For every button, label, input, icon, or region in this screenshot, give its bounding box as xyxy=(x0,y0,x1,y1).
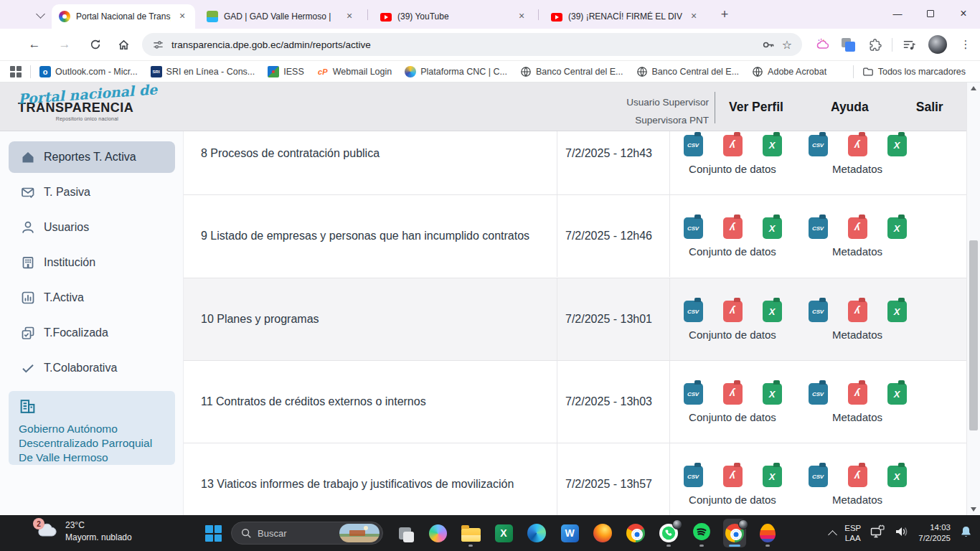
weather-extension-icon[interactable] xyxy=(812,34,832,55)
reload-icon[interactable] xyxy=(85,34,105,55)
tab-close-icon[interactable]: × xyxy=(176,11,188,22)
scrollbar-thumb[interactable] xyxy=(969,240,978,430)
whatsapp-button[interactable] xyxy=(657,519,680,547)
bookmark-sri[interactable]: SRISRI en Línea - Cons... xyxy=(151,66,255,77)
sidebar-item-institucion[interactable]: Institución xyxy=(9,247,175,278)
search-daily-image[interactable] xyxy=(339,524,380,542)
bookmark-banco-central-1[interactable]: Banco Central del E... xyxy=(520,66,623,77)
notification-bell-icon[interactable] xyxy=(959,524,973,542)
taskbar-search[interactable]: Buscar xyxy=(231,522,383,545)
tab-close-icon[interactable]: × xyxy=(688,11,699,22)
url-text[interactable]: transparencia.dpe.gob.ec/admin/reports/a… xyxy=(171,39,754,50)
apps-grid-icon[interactable] xyxy=(10,66,22,77)
sidebar-item-reportes-t-activa[interactable]: Reportes T. Activa xyxy=(9,141,175,173)
bookmark-adobe-acrobat[interactable]: Adobe Acrobat xyxy=(752,66,826,77)
volume-icon[interactable] xyxy=(894,525,910,541)
nav-ver-perfil[interactable]: Ver Perfil xyxy=(723,100,789,115)
tab-close-icon[interactable]: × xyxy=(516,11,527,22)
bookmark-banco-central-2[interactable]: Banco Central del E... xyxy=(636,66,740,77)
media-controls-icon[interactable] xyxy=(898,34,918,55)
forward-icon[interactable]: → xyxy=(55,34,75,55)
scroll-down-icon[interactable] xyxy=(967,507,980,512)
home-icon[interactable] xyxy=(113,34,133,55)
browser-menu-icon[interactable]: ⋮ xyxy=(956,34,976,55)
bookmark-iess[interactable]: IESS xyxy=(268,66,304,77)
table-row[interactable]: 13 Viaticos informes de trabajo y justif… xyxy=(184,443,966,515)
tab-youtube-video[interactable]: (39) ¡RENACÍ! FIRMÉ EL DIVORC × xyxy=(544,4,707,29)
copilot-button[interactable] xyxy=(426,519,449,547)
language-indicator[interactable]: ESP LAA xyxy=(844,523,861,543)
xls-download-icon[interactable]: X xyxy=(763,383,782,405)
scroll-up-icon[interactable] xyxy=(967,86,980,90)
xls-download-icon[interactable]: X xyxy=(887,217,907,239)
table-row[interactable]: 9 Listado de empresas y personas que han… xyxy=(184,194,966,277)
bookmark-cnc[interactable]: Plataforma CNC | C... xyxy=(405,66,507,77)
pdf-download-icon[interactable]: y xyxy=(848,217,867,239)
table-row[interactable]: 8 Procesos de contratación publica 7/2/2… xyxy=(184,131,966,194)
window-maximize-button[interactable] xyxy=(914,0,947,27)
bookmark-star-icon[interactable]: ☆ xyxy=(782,38,792,52)
tab-close-icon[interactable]: × xyxy=(344,11,355,22)
word-button[interactable]: W xyxy=(558,519,581,547)
address-bar[interactable]: transparencia.dpe.gob.ec/admin/reports/a… xyxy=(142,33,802,56)
tab-gad-valle-hermoso[interactable]: GAD | GAD Valle Hermoso | × xyxy=(199,4,362,29)
window-minimize-button[interactable]: — xyxy=(881,0,914,27)
chrome-button[interactable] xyxy=(624,519,647,547)
weather-widget[interactable]: 2 23°C Mayorm. nublado xyxy=(36,519,132,544)
table-row[interactable]: 11 Contratos de créditos externos o inte… xyxy=(184,360,966,443)
translate-icon[interactable] xyxy=(838,34,858,55)
organization-card[interactable]: Gobierno Autónomo Descentralizado Parroq… xyxy=(9,391,175,465)
profile-avatar[interactable] xyxy=(928,35,947,54)
xls-download-icon[interactable]: X xyxy=(887,383,907,405)
csv-download-icon[interactable]: CSV xyxy=(809,301,828,322)
firefox-button[interactable] xyxy=(591,519,614,547)
network-icon[interactable] xyxy=(870,524,885,542)
pdf-download-icon[interactable]: y xyxy=(848,383,867,405)
pdf-download-icon[interactable]: y xyxy=(723,217,743,239)
task-view-button[interactable] xyxy=(393,519,416,547)
csv-download-icon[interactable]: CSV xyxy=(809,466,828,487)
xls-download-icon[interactable]: X xyxy=(763,135,782,156)
edge-button[interactable] xyxy=(525,519,548,547)
back-icon[interactable]: ← xyxy=(24,34,44,55)
bookmark-outlook[interactable]: oOutlook.com - Micr... xyxy=(39,66,138,77)
pdf-download-icon[interactable]: y xyxy=(723,383,743,405)
tab-portal-transparencia[interactable]: Portal Nacional de Transparenc × xyxy=(52,4,195,29)
bookmark-webmail[interactable]: cPWebmail Login xyxy=(317,66,392,77)
excel-button[interactable]: X xyxy=(492,519,515,547)
spotify-button[interactable] xyxy=(690,519,713,547)
xls-download-icon[interactable]: X xyxy=(763,466,782,487)
sidebar-item-t-pasiva[interactable]: T. Pasiva xyxy=(9,176,175,208)
csv-download-icon[interactable]: CSV xyxy=(809,217,828,239)
page-scrollbar[interactable] xyxy=(966,83,980,515)
tab-youtube[interactable]: (39) YouTube × xyxy=(373,4,534,29)
tab-search-button[interactable] xyxy=(29,6,52,24)
tray-chevron-up-icon[interactable] xyxy=(828,530,837,540)
xls-download-icon[interactable]: X xyxy=(887,466,907,487)
site-settings-icon[interactable] xyxy=(152,39,164,51)
nav-ayuda[interactable]: Ayuda xyxy=(825,100,875,115)
extensions-puzzle-icon[interactable] xyxy=(865,34,885,55)
nav-salir[interactable]: Salir xyxy=(910,100,949,115)
csv-download-icon[interactable]: CSV xyxy=(684,217,703,239)
pdf-download-icon[interactable]: y xyxy=(848,135,867,156)
new-tab-button[interactable]: + xyxy=(716,6,733,24)
pdf-download-icon[interactable]: y xyxy=(848,301,867,322)
xls-download-icon[interactable]: X xyxy=(763,217,782,239)
csv-download-icon[interactable]: CSV xyxy=(684,135,703,156)
sidebar-item-t-activa[interactable]: T.Activa xyxy=(9,282,175,314)
xls-download-icon[interactable]: X xyxy=(887,301,907,322)
table-row[interactable]: 10 Planes y programas 7/2/2025 - 13h01 C… xyxy=(184,278,966,360)
window-close-button[interactable]: × xyxy=(947,0,980,27)
xls-download-icon[interactable]: X xyxy=(763,301,782,322)
csv-download-icon[interactable]: CSV xyxy=(809,135,828,156)
pdf-download-icon[interactable]: y xyxy=(723,135,743,156)
sidebar-item-usuarios[interactable]: Usuarios xyxy=(9,212,175,243)
sidebar-item-t-colaborativa[interactable]: T.Colaborativa xyxy=(9,352,175,384)
file-explorer-button[interactable] xyxy=(459,519,482,547)
droplet-app-button[interactable] xyxy=(756,519,779,547)
chrome-active-button[interactable] xyxy=(723,519,746,547)
csv-download-icon[interactable]: CSV xyxy=(809,383,828,405)
csv-download-icon[interactable]: CSV xyxy=(684,466,703,487)
pdf-download-icon[interactable]: y xyxy=(723,301,743,322)
